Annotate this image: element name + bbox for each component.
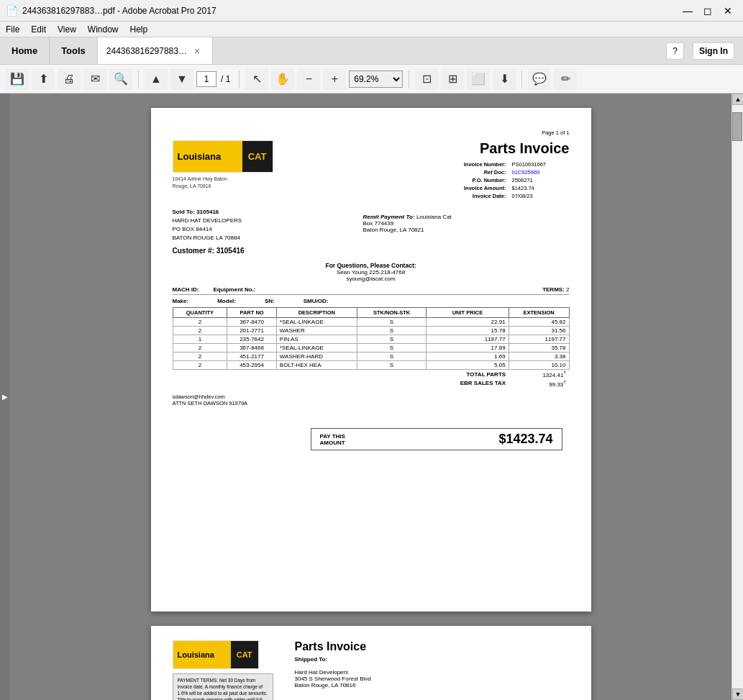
window-title: 244363816297883…pdf - Adobe Acrobat Pro … — [22, 6, 678, 16]
invoice-amount-row: Invoice Amount: $1423.74 — [464, 185, 570, 191]
make: Make: — [173, 298, 189, 304]
next-page-button[interactable]: ▼ — [170, 68, 193, 90]
sold-remit-section: Sold To: 3105416 HARD HAT DEVELOPERS PO … — [173, 208, 570, 255]
menu-window[interactable]: Window — [82, 22, 124, 37]
remit-city: Baton Rouge, LA 70821 — [363, 227, 424, 233]
scrollbar-thumb[interactable] — [732, 112, 742, 141]
print-button[interactable]: 🖨 — [58, 68, 81, 90]
total-parts-label: TOTAL PARTS — [427, 370, 509, 379]
remit-section: Remit Payment To: Louisiana Cat Box 7744… — [363, 208, 569, 255]
col-description: DESCRIPTION — [276, 308, 357, 318]
invoice-title-area: Parts Invoice Invoice Number: PS01063106… — [464, 140, 570, 201]
sold-to-detail: Sold To: 3105416 HARD HAT DEVELOPERS PO … — [173, 208, 351, 242]
table-row: 2 367-8468 *SEAL-LINKAGE S 17.89 35.78 — [173, 344, 569, 353]
scroll-up-button[interactable]: ▲ — [732, 94, 743, 105]
fit-width-button[interactable]: ⊞ — [441, 68, 464, 90]
po-number-row: P.O. Number: 2508271 — [464, 177, 570, 183]
remit-box: Box 774439 — [363, 220, 393, 227]
comment-button[interactable]: 💬 — [528, 68, 551, 90]
menu-help[interactable]: Help — [124, 22, 154, 37]
total-parts-row: TOTAL PARTS 1324.41T — [173, 370, 569, 379]
zoom-out-button[interactable]: − — [297, 68, 320, 90]
invoice-header: Louisiana CAT 10414 Airline Hwy Baton Ro… — [173, 140, 570, 201]
zoom-select[interactable]: 25%50%69.2%75%100% — [349, 71, 403, 88]
tab-home[interactable]: Home — [0, 37, 50, 64]
window-controls: — ◻ ✕ — [678, 3, 737, 19]
table-row: 1 235-7642 PIN AS S 1197.77 1197.77 — [173, 335, 569, 344]
contact-line2: ATTN SETH DAWSON 91979A — [173, 400, 570, 406]
tab-close-button[interactable]: × — [193, 44, 201, 58]
pdf-page-1: Page 1 of 1 Louisiana CAT 10414 Airline … — [151, 108, 591, 612]
close-button[interactable]: ✕ — [719, 3, 737, 19]
ref-doc-row: Ref Doc: 01C925669 — [464, 169, 570, 176]
save-button[interactable]: 💾 — [6, 68, 29, 90]
invoice-title: Parts Invoice — [464, 140, 570, 157]
menu-view[interactable]: View — [52, 22, 82, 37]
minimize-button[interactable]: — — [678, 3, 697, 19]
ref-doc-value[interactable]: 01C925669 — [512, 169, 570, 176]
select-tool-button[interactable]: ↖ — [245, 68, 268, 90]
zoom-in-button[interactable]: + — [323, 68, 346, 90]
maximize-button[interactable]: ◻ — [698, 3, 717, 19]
footer-invoice-title: Parts Invoice — [295, 640, 570, 653]
prev-page-button[interactable]: ▲ — [145, 68, 168, 90]
left-panel-toggle[interactable]: ▶ — [0, 94, 10, 700]
contact-email: syoung@lacat.com — [173, 276, 570, 282]
doc-tab-label: 244363816297883… — [106, 46, 187, 56]
footer-header: Louisiana CAT PAYMENT TERMS: Net 30 Days… — [173, 640, 570, 700]
table-row: 2 453-2954 BOLT-HEX HEA S 5.05 10.10 — [173, 361, 569, 370]
table-header-row: QUANTITY PART NO DESCRIPTION STK/NON-STK… — [173, 308, 569, 318]
ebr-tax-row: EBR SALES TAX 99.33T — [173, 379, 569, 388]
menu-bar: File Edit View Window Help — [0, 22, 743, 37]
menu-file[interactable]: File — [0, 22, 25, 37]
page-total: / 1 — [218, 74, 233, 84]
footer-invoice-info: Parts Invoice Shipped To: Hard Hat Devel… — [295, 640, 570, 700]
logo-area: Louisiana CAT 10414 Airline Hwy Baton Ro… — [173, 140, 273, 201]
tab-document[interactable]: 244363816297883… × — [98, 37, 213, 64]
model: Model: — [217, 298, 236, 304]
invoice-amount-value: $1423.74 — [512, 185, 570, 191]
company-name: HARD HAT DEVELOPERS — [173, 217, 242, 224]
table-footer: TOTAL PARTS 1324.41T EBR SALES TAX 99.33… — [173, 370, 569, 388]
scrollbar[interactable]: ▲ ▼ — [731, 94, 743, 700]
upload-button[interactable]: ⬆ — [32, 68, 55, 90]
hand-tool-button[interactable]: ✋ — [271, 68, 294, 90]
full-screen-button[interactable]: ⬜ — [467, 68, 490, 90]
sold-to-section: Sold To: 3105416 HARD HAT DEVELOPERS PO … — [173, 208, 351, 255]
shipped-addr2: Baton Rouge, LA 70816 — [295, 682, 570, 688]
remit-payment: Remit Payment To: Louisiana Cat Box 7744… — [363, 214, 569, 233]
scrollbar-track[interactable] — [732, 105, 743, 688]
tab-tools[interactable]: Tools — [50, 37, 98, 64]
company-addr2: BATON ROUGE LA 70884 — [173, 235, 240, 241]
invoice-fields: Invoice Number: PS010631067 Ref Doc: 01C… — [464, 161, 570, 199]
contact-name: Sean Young 225-218-4768 — [173, 269, 570, 276]
invoice-number-row: Invoice Number: PS010631067 — [464, 161, 570, 168]
col-stk: STK/NON-STK — [357, 308, 426, 318]
invoice-date-value: 07/08/23 — [512, 193, 570, 199]
col-partno: PART NO — [227, 308, 277, 318]
ebr-tax-value: 99.33T — [509, 379, 569, 388]
page-input[interactable] — [196, 71, 216, 87]
smu: SMU/OD: — [304, 298, 329, 304]
download-button[interactable]: ⬇ — [493, 68, 516, 90]
menu-edit[interactable]: Edit — [25, 22, 52, 37]
signin-button[interactable]: Sign In — [693, 42, 734, 60]
fit-page-button[interactable]: ⊡ — [415, 68, 438, 90]
left-arrow-icon: ▶ — [2, 393, 8, 401]
separator-4 — [521, 71, 522, 88]
pen-button[interactable]: ✏ — [554, 68, 577, 90]
invoice-amount-label: Invoice Amount: — [464, 185, 506, 191]
pdf-viewer[interactable]: Page 1 of 1 Louisiana CAT 10414 Airline … — [10, 94, 731, 700]
invoice-date-label: Invoice Date: — [473, 193, 506, 199]
table-row: 2 201-2771 WASHER S 15.78 31.56 — [173, 327, 569, 335]
help-button[interactable]: ? — [666, 42, 684, 60]
main-area: ▶ Page 1 of 1 Louisiana CAT 10414 Airlin… — [0, 94, 743, 700]
scroll-down-button[interactable]: ▼ — [732, 688, 743, 700]
email-button[interactable]: ✉ — [83, 68, 106, 90]
title-bar: 📄 244363816297883…pdf - Adobe Acrobat Pr… — [0, 0, 743, 22]
footer-logo-area: Louisiana CAT PAYMENT TERMS: Net 30 Days… — [173, 640, 273, 700]
separator-1 — [138, 71, 139, 88]
shipped-to-label: Shipped To: — [295, 656, 570, 663]
find-button[interactable]: 🔍 — [109, 68, 132, 90]
contact-line1: sdawson@hhdev.com — [173, 394, 570, 400]
